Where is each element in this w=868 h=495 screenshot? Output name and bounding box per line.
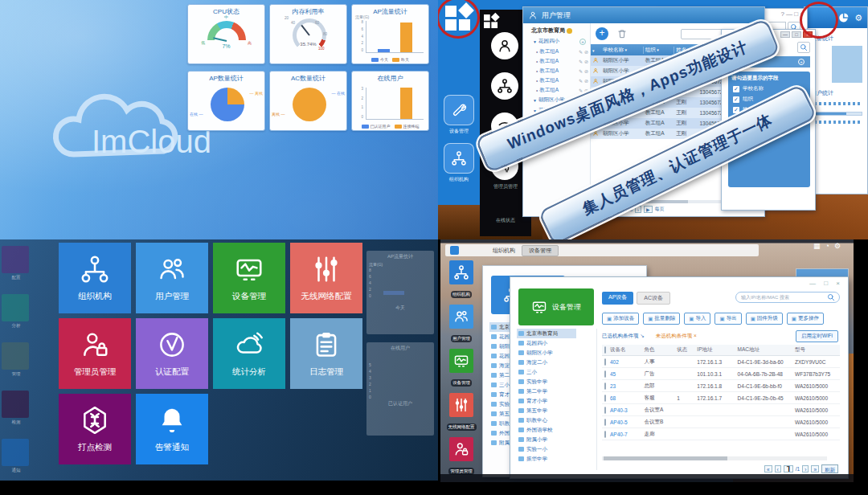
tree-root[interactable]: 北京市教育局 xyxy=(517,329,576,338)
table-row[interactable]: 45广告101.10.3.104-0A-6B-7b-2B-48WF37B7b3Y… xyxy=(602,368,840,380)
bar xyxy=(378,49,390,52)
table-row[interactable]: 23总部172.16.1.8D4-C1-9E-6b-bb-f0WA2610/50… xyxy=(602,380,840,392)
metro-tile-cloud[interactable]: 统计分析 xyxy=(213,318,285,389)
settings-icon[interactable]: ⚙ xyxy=(834,242,841,250)
dashboard-screen: ImCloud CPU状态7%低中高内存利用率35.74%20406080100… xyxy=(0,0,438,239)
add-column-icon[interactable]: + xyxy=(798,59,805,65)
search-input[interactable] xyxy=(739,294,824,301)
tree-item[interactable]: 海淀二小 xyxy=(517,358,596,367)
metro-tile-device[interactable]: 设备管理 xyxy=(213,243,285,313)
metro-tile-org[interactable]: 组织机构 xyxy=(59,243,131,313)
toolbar-button[interactable]: ▣导出 xyxy=(714,313,741,325)
table-row[interactable]: AP40-7走廊WA2610/5000 xyxy=(602,428,840,440)
tree-item[interactable]: 附属小学 xyxy=(517,435,596,444)
gear-icon[interactable]: ⚙ xyxy=(854,13,862,23)
next-page-button[interactable]: › xyxy=(635,206,641,213)
row-checkbox[interactable] xyxy=(604,358,606,366)
sidebar-item-sliders[interactable]: 无线网络配置 xyxy=(445,393,477,432)
table-row[interactable]: 68客服1172.16.1.7D4-C1-9E-2b-0b-45WA2610/5… xyxy=(602,392,840,404)
row-checkbox[interactable] xyxy=(604,407,606,414)
tree-item[interactable]: 育才小学 xyxy=(517,396,596,406)
refresh-button[interactable]: 刷新 xyxy=(821,464,838,473)
sidebar-item-admin[interactable]: 管理员管理 xyxy=(445,437,477,476)
system-tray-icons: ▦ ◔ ⚙ xyxy=(813,242,841,250)
metro-tile-bell[interactable]: 告警通知 xyxy=(136,394,208,464)
toolbar-button[interactable]: ▣添加设备 xyxy=(602,313,639,325)
toggle-ap[interactable]: AP设备 xyxy=(602,292,633,305)
device-manage-icon[interactable] xyxy=(444,95,474,125)
delete-icon: ⊘ xyxy=(584,59,588,64)
table-row[interactable]: AP40-3会议室AWA2610/5000 xyxy=(602,404,840,416)
toggle-ac[interactable]: AC设备 xyxy=(637,292,670,305)
search-button[interactable] xyxy=(797,42,810,53)
metro-tile-auth[interactable]: 认证配置 xyxy=(136,318,208,389)
window-controls[interactable]: — □ × xyxy=(809,280,843,287)
window-titlebar[interactable]: 用户管理 xyxy=(523,7,764,23)
org-icon[interactable] xyxy=(444,143,474,174)
tree-item[interactable]: 第二中学 xyxy=(517,387,596,396)
sidebar-item-org[interactable]: 组织机构 xyxy=(445,260,477,299)
row-checkbox[interactable] xyxy=(604,419,606,426)
sidebar-label: 设备管理 xyxy=(451,379,472,387)
metro-tile-dna[interactable]: 打点检测 xyxy=(59,394,131,464)
device-search[interactable] xyxy=(735,292,840,303)
table-row[interactable]: AP40-5会议室BWA2610/5000 xyxy=(602,416,840,428)
tree-item[interactable]: 三小 xyxy=(517,367,596,377)
tree-item[interactable]: •教工组A✎⊘ xyxy=(534,66,590,76)
table-row[interactable]: 402人事172.16.1.3D4-C1-9E-3d-ba-60ZXDY9VU0… xyxy=(602,356,840,368)
last-page-button[interactable]: ▶ xyxy=(644,206,653,213)
wifi-schedule-button[interactable]: 启用定时WiFi xyxy=(796,330,838,342)
sidebar-item-users[interactable]: 用户管理 xyxy=(445,305,477,343)
metro-tile-sliders[interactable]: 无线网络配置 xyxy=(290,243,362,313)
next-page-button[interactable]: › xyxy=(802,465,809,472)
tree-item[interactable]: 实验一小 xyxy=(517,444,596,454)
add-button[interactable]: + xyxy=(596,27,608,40)
tree-item[interactable]: 外国语学校 xyxy=(517,425,596,435)
taskbar[interactable] xyxy=(440,474,854,482)
tree-item[interactable]: 第五中学 xyxy=(517,406,596,415)
metro-tile-admin[interactable]: 管理员管理 xyxy=(59,318,131,389)
toolbar-button[interactable]: ▣更多操作 xyxy=(787,313,824,325)
tree-item[interactable]: •教工组A✎⊘ xyxy=(534,47,590,56)
user-circle-icon[interactable] xyxy=(491,32,518,59)
tree-item[interactable]: •教工组A✎⊘ xyxy=(534,56,590,66)
tile-label: 设备管理 xyxy=(232,291,266,302)
annotation-circle xyxy=(800,2,838,39)
selected-filter-link[interactable]: 已选机构条件项 ↘ xyxy=(602,333,645,340)
row-checkbox[interactable] xyxy=(604,431,606,438)
tree-group[interactable]: ▼花园四小+ xyxy=(531,36,590,47)
toolbar-button[interactable]: ▣批量删除 xyxy=(643,313,680,325)
page-input[interactable] xyxy=(784,465,793,472)
tree-item[interactable]: •教工组A✎⊘ xyxy=(534,85,590,95)
tree-item[interactable]: 职教中心 xyxy=(517,415,596,425)
tree-item[interactable]: 实验中学 xyxy=(517,377,596,387)
device-header-tile[interactable]: 设备管理 xyxy=(518,288,594,325)
tab-org[interactable]: 组织机构 xyxy=(493,247,515,255)
pie-chart-icon[interactable] xyxy=(837,12,850,24)
metro-tile-users[interactable]: 用户管理 xyxy=(136,243,208,313)
tree-item[interactable]: 振华中学 xyxy=(517,454,596,464)
prev-page-button[interactable]: ‹ xyxy=(775,465,781,472)
tree-item[interactable]: 花园四小 xyxy=(517,338,596,348)
horizontal-scrollbar[interactable] xyxy=(602,456,827,460)
sidebar-item-device[interactable]: 设备管理 xyxy=(445,349,477,387)
row-checkbox[interactable] xyxy=(604,370,606,378)
row-checkbox[interactable] xyxy=(604,395,606,402)
toolbar-button[interactable]: ▣导入 xyxy=(684,313,710,325)
tree-item[interactable]: 朝阳区小学 xyxy=(517,348,596,358)
trash-icon[interactable] xyxy=(616,28,628,39)
grid-icon[interactable]: ▦ xyxy=(813,242,821,250)
clock-icon[interactable]: ◔ xyxy=(825,242,829,250)
tab-device[interactable]: 设备管理 xyxy=(522,245,559,256)
metro-tile-log[interactable]: 日志管理 xyxy=(290,318,362,389)
tree-item[interactable]: •教工组A✎⊘ xyxy=(534,76,590,85)
tile-label: 认证配置 xyxy=(155,366,189,378)
last-page-button[interactable]: » xyxy=(811,465,819,472)
toolbar-button[interactable]: ▣固件升级 xyxy=(746,313,783,325)
unselected-filter-link[interactable]: 未选机构条件项 × xyxy=(656,333,697,340)
app-mini-icon[interactable] xyxy=(450,246,459,255)
first-page-button[interactable]: « xyxy=(764,465,772,472)
org-circle-icon[interactable] xyxy=(491,72,518,100)
ghost-card: AP流量统计 流量(G) 8 6 4 2 0 今天 xyxy=(366,251,434,334)
row-checkbox[interactable] xyxy=(604,382,606,390)
